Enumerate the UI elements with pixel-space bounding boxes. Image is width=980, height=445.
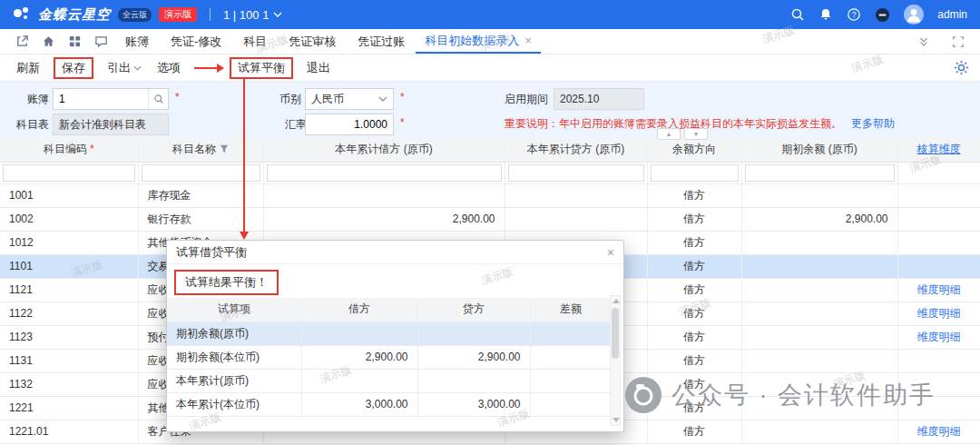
toolbar: 刷新 保存 引出 选项 试算平衡 退出 xyxy=(0,54,980,82)
scroll-down-icon[interactable] xyxy=(612,418,620,422)
dlg-header-diff: 差额 xyxy=(530,298,612,321)
filter-funnel-icon[interactable] xyxy=(220,144,229,153)
divider xyxy=(210,8,211,21)
account-table-label: 科目表 xyxy=(16,116,49,133)
export-button[interactable]: 引出 xyxy=(105,58,143,78)
ledger-label: 账簿 xyxy=(27,91,49,107)
org-switcher[interactable]: 1 | 100 1 xyxy=(223,8,282,22)
dimension-detail-link[interactable]: 维度明细 xyxy=(917,331,961,343)
dimension-detail-link[interactable]: 维度明细 xyxy=(917,425,961,438)
currency-label: 币别 xyxy=(279,91,301,107)
dialog-title-bar[interactable]: 试算借贷平衡 × xyxy=(167,241,623,264)
chevron-down-icon xyxy=(133,65,142,71)
menu-item-voucher-audit[interactable]: 凭证审核 xyxy=(278,29,347,54)
filter-name-input[interactable] xyxy=(142,164,260,182)
help-icon[interactable]: ? xyxy=(847,7,861,22)
filter-panel: 账簿 * 币别 人民币 * 启用期间 2025.10 科目表 新会计准则科目表 … xyxy=(0,82,980,138)
scrollbar[interactable] xyxy=(610,295,621,426)
table-row[interactable]: 1001库存现金借方 xyxy=(0,183,980,207)
header-ytd-debit[interactable]: 本年累计借方 (原币) xyxy=(263,138,505,162)
dialog-title: 试算借贷平衡 xyxy=(176,244,247,261)
username[interactable]: admin xyxy=(937,8,967,21)
dimension-detail-link[interactable]: 维度明细 xyxy=(917,307,961,320)
filter-ytd-debit-input[interactable] xyxy=(267,164,502,182)
double-chevron-down-icon[interactable] xyxy=(911,35,936,48)
period-label: 启用期间 xyxy=(505,91,548,107)
rate-input[interactable] xyxy=(306,114,393,134)
collapse-up-icon[interactable]: ▴ xyxy=(657,128,681,140)
account-table-value: 新会计准则科目表 xyxy=(53,114,169,135)
dialog-row[interactable]: 本年累计(原币) xyxy=(167,369,612,392)
menu-item-voucher-post[interactable]: 凭证过账 xyxy=(347,29,416,54)
scrollbar-thumb[interactable] xyxy=(612,308,619,359)
header-opening[interactable]: 期初余额 (原币) xyxy=(741,138,897,162)
svg-text:?: ? xyxy=(852,10,857,19)
save-button[interactable]: 保存 xyxy=(54,57,93,79)
annotation-arrow-down xyxy=(243,78,245,232)
trial-balance-table: 试算项 借方 贷方 差额 期初余额(原币) 期初余额(本位币)2,900.002… xyxy=(167,298,612,417)
dialog-row[interactable]: 期初余额(原币) xyxy=(167,321,612,345)
kingdee-logo-icon xyxy=(13,5,31,24)
currency-value: 人民币 xyxy=(311,92,344,107)
required-mark: * xyxy=(175,91,180,104)
period-value: 2025.10 xyxy=(554,88,644,110)
dialog-row[interactable]: 期初余额(本位币)2,900.002,900.00 xyxy=(167,345,612,369)
trial-balance-button[interactable]: 试算平衡 xyxy=(230,57,293,79)
filter-ytd-credit-input[interactable] xyxy=(508,164,644,182)
close-icon[interactable]: × xyxy=(524,34,532,47)
trial-balance-dialog: 试算借贷平衡 × 试算结果平衡！ 试算项 借方 贷方 差额 期初余额(原币) 期… xyxy=(166,240,624,432)
fullscreen-icon[interactable] xyxy=(946,35,971,48)
required-mark: * xyxy=(400,116,405,129)
refresh-button[interactable]: 刷新 xyxy=(15,58,42,78)
dlg-header-debit: 借方 xyxy=(301,298,417,321)
more-help-link[interactable]: 更多帮助 xyxy=(851,117,895,130)
notification-bell-icon[interactable] xyxy=(818,7,833,22)
scroll-up-icon[interactable] xyxy=(612,299,620,303)
version-badge: 全云版 xyxy=(118,8,152,22)
export-label: 引出 xyxy=(107,60,131,76)
required-mark: * xyxy=(90,143,94,155)
rate-field xyxy=(305,114,394,135)
avatar[interactable] xyxy=(904,5,924,25)
apps-grid-icon[interactable] xyxy=(62,29,88,54)
header-ytd-credit[interactable]: 本年累计贷方 (原币) xyxy=(505,138,647,162)
trial-result-message: 试算结果平衡！ xyxy=(174,270,279,295)
chevron-down-icon xyxy=(378,96,387,102)
menu-item-account[interactable]: 科目 xyxy=(232,29,278,54)
currency-select[interactable]: 人民币 xyxy=(305,88,394,110)
suspend-icon[interactable] xyxy=(875,7,890,23)
tab-bar: 账簿 凭证-修改 科目 凭证审核 凭证过账 科目初始数据录入 × xyxy=(0,29,980,54)
dialog-header-row: 试算项 借方 贷方 差额 xyxy=(167,298,612,321)
dialog-row[interactable]: 本年累计(本位币)3,000.003,000.00 xyxy=(167,392,612,416)
chevron-down-icon xyxy=(273,12,282,17)
options-button[interactable]: 选项 xyxy=(155,58,182,78)
menu-item-ledger[interactable]: 账簿 xyxy=(114,29,160,54)
header-dimension[interactable]: 核算维度 xyxy=(897,138,980,162)
dlg-header-credit: 贷方 xyxy=(417,298,530,321)
home-icon[interactable] xyxy=(35,29,62,54)
menu-item-voucher-edit[interactable]: 凭证-修改 xyxy=(160,29,232,54)
ledger-input[interactable] xyxy=(54,89,148,109)
share-icon[interactable] xyxy=(9,29,35,54)
tab-account-initial-data[interactable]: 科目初始数据录入 × xyxy=(416,29,541,54)
collapse-down-icon[interactable]: ▾ xyxy=(684,128,708,140)
table-row[interactable]: 1002银行存款2,900.00借方2,900.00 xyxy=(0,207,980,231)
exit-button[interactable]: 退出 xyxy=(305,58,332,78)
search-icon[interactable] xyxy=(790,7,805,22)
filter-code-input[interactable] xyxy=(3,164,135,182)
lookup-search-icon[interactable] xyxy=(148,89,168,109)
annotation-arrow-right xyxy=(194,67,218,69)
dimension-detail-link[interactable]: 维度明细 xyxy=(917,283,961,296)
close-icon[interactable]: × xyxy=(607,245,614,260)
header-code[interactable]: 科目编码* xyxy=(0,138,138,162)
message-icon[interactable] xyxy=(88,29,114,54)
filter-opening-input[interactable] xyxy=(745,164,895,182)
grid-filter-row xyxy=(0,162,980,183)
ledger-field xyxy=(53,88,169,110)
org-label: 1 | 100 1 xyxy=(223,8,269,22)
header-direction[interactable]: 余额方向 xyxy=(647,138,741,162)
dlg-header-item: 试算项 xyxy=(167,298,301,321)
filter-direction-input[interactable] xyxy=(651,164,739,182)
gear-icon[interactable] xyxy=(954,60,969,78)
grid-header-row: 科目编码* 科目名称 本年累计借方 (原币) 本年累计贷方 (原币) 余额方向 … xyxy=(0,138,980,162)
